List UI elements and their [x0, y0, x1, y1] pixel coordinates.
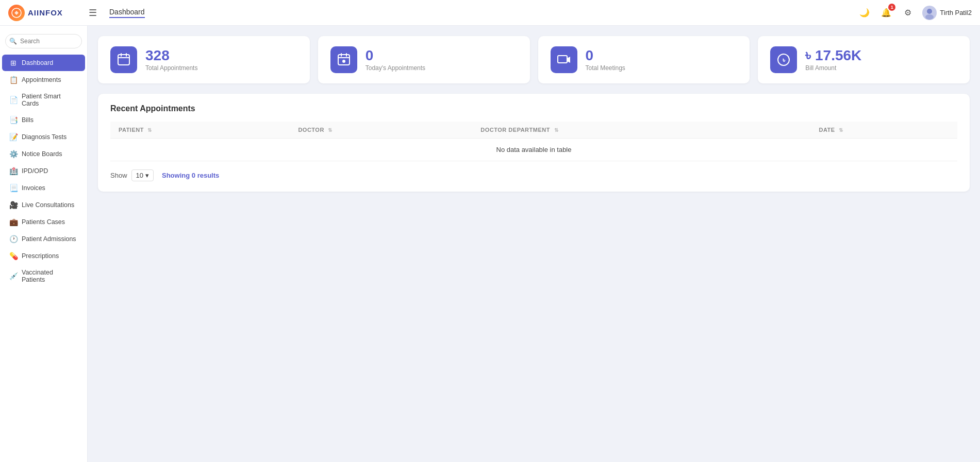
settings-icon: ⚙ — [904, 8, 911, 18]
nav-icon-patients-cases: 💼 — [9, 218, 18, 226]
recent-appointments-title: Recent Appointments — [110, 104, 957, 113]
stat-card-total-appointments: 328 Total Appointments — [98, 36, 310, 83]
sort-icon-patient: ⇅ — [147, 127, 152, 133]
stat-info-bill-amount: ৳ 17.56K Bill Amount — [805, 48, 957, 72]
stat-card-total-meetings: 0 Total Meetings — [538, 36, 750, 83]
col-patient[interactable]: PATIENT ⇅ — [110, 122, 290, 139]
sidebar-item-dashboard[interactable]: ⊞Dashboard — [2, 55, 85, 71]
showing-results: Showing 0 results — [162, 172, 219, 179]
sidebar-item-patient-admissions[interactable]: 🕐Patient Admissions — [2, 231, 85, 247]
sidebar-item-diagnosis-tests[interactable]: 📝Diagnosis Tests — [2, 129, 85, 145]
nav-icon-vaccinated-patients: 💉 — [9, 272, 18, 280]
stat-value-total-meetings: 0 — [586, 48, 738, 64]
stat-label-todays-appointments: Today's Appointments — [366, 64, 518, 72]
stat-info-total-appointments: 328 Total Appointments — [145, 48, 297, 72]
stat-info-total-meetings: 0 Total Meetings — [586, 48, 738, 72]
sidebar: 🔍 ⊞Dashboard📋Appointments📄Patient Smart … — [0, 26, 88, 462]
settings-button[interactable]: ⚙ — [901, 6, 915, 20]
svg-rect-12 — [558, 56, 567, 63]
stat-value-todays-appointments: 0 — [366, 48, 518, 64]
nav-label-bills: Bills — [22, 116, 34, 124]
nav-label-prescriptions: Prescriptions — [22, 252, 59, 260]
search-icon: 🔍 — [9, 38, 17, 45]
svg-point-2 — [925, 14, 934, 20]
user-menu[interactable]: Tirth Patil2 — [922, 6, 972, 20]
moon-icon: 🌙 — [859, 8, 870, 18]
svg-point-11 — [342, 60, 345, 63]
main-content: 328 Total Appointments 0 Today's Appoint… — [88, 26, 980, 462]
nav-icon-ipd-opd: 🏥 — [9, 167, 18, 175]
hamburger-button[interactable]: ☰ — [89, 7, 97, 19]
notification-badge: 1 — [888, 4, 895, 11]
nav-label-patient-admissions: Patient Admissions — [22, 235, 76, 243]
appointments-table: PATIENT ⇅DOCTOR ⇅DOCTOR DEPARTMENT ⇅DATE… — [110, 122, 957, 161]
sidebar-item-live-consultations[interactable]: 🎥Live Consultations — [2, 197, 85, 213]
dark-mode-toggle[interactable]: 🌙 — [857, 6, 872, 20]
nav-icon-prescriptions: 💊 — [9, 252, 18, 260]
nav-icon-notice-boards: ⚙️ — [9, 150, 18, 158]
stat-value-bill-amount: ৳ 17.56K — [805, 48, 957, 64]
sidebar-item-patient-smart-cards[interactable]: 📄Patient Smart Cards — [2, 89, 85, 111]
nav-label-diagnosis-tests: Diagnosis Tests — [22, 133, 67, 141]
show-select[interactable]: 10 ▾ — [131, 169, 154, 181]
breadcrumb: Dashboard — [109, 8, 145, 18]
nav-label-live-consultations: Live Consultations — [22, 201, 74, 209]
sort-icon-doctor: ⇅ — [328, 127, 333, 133]
showing-suffix: results — [195, 172, 219, 179]
sidebar-item-invoices[interactable]: 📃Invoices — [2, 180, 85, 196]
sidebar-item-ipd-opd[interactable]: 🏥IPD/OPD — [2, 163, 85, 179]
stat-label-bill-amount: Bill Amount — [805, 64, 957, 72]
nav-label-ipd-opd: IPD/OPD — [22, 167, 48, 175]
topbar: AIINFOX ☰ Dashboard 🌙 🔔 1 ⚙ Tirth Patil2 — [0, 0, 980, 26]
stat-card-todays-appointments: 0 Today's Appointments — [318, 36, 530, 83]
search-box: 🔍 — [5, 34, 82, 48]
sidebar-item-notice-boards[interactable]: ⚙️Notice Boards — [2, 146, 85, 162]
show-label: Show — [110, 172, 127, 179]
nav-label-vaccinated-patients: Vaccinated Patients — [22, 269, 78, 283]
stat-value-total-appointments: 328 — [145, 48, 297, 64]
nav-icon-invoices: 📃 — [9, 184, 18, 192]
nav-label-invoices: Invoices — [22, 184, 45, 192]
stat-label-total-appointments: Total Appointments — [145, 64, 297, 72]
sidebar-item-prescriptions[interactable]: 💊Prescriptions — [2, 248, 85, 264]
nav-icon-patient-smart-cards: 📄 — [9, 96, 18, 104]
svg-text:৳: ৳ — [782, 56, 786, 64]
col-date[interactable]: DATE ⇅ — [811, 122, 958, 139]
nav-label-patients-cases: Patients Cases — [22, 218, 65, 226]
stat-info-todays-appointments: 0 Today's Appointments — [366, 48, 518, 72]
recent-appointments-card: Recent Appointments PATIENT ⇅DOCTOR ⇅DOC… — [98, 94, 970, 192]
col-doctor[interactable]: DOCTOR ⇅ — [290, 122, 472, 139]
sort-icon-date: ⇅ — [839, 127, 843, 133]
logo-icon — [8, 5, 25, 21]
notifications-bell[interactable]: 🔔 1 — [879, 6, 893, 20]
logo-text: AIINFOX — [28, 8, 63, 17]
user-name: Tirth Patil2 — [940, 9, 972, 16]
topbar-right: 🌙 🔔 1 ⚙ Tirth Patil2 — [857, 6, 972, 20]
stats-row: 328 Total Appointments 0 Today's Appoint… — [98, 36, 970, 83]
sidebar-item-patients-cases[interactable]: 💼Patients Cases — [2, 214, 85, 230]
sidebar-item-appointments[interactable]: 📋Appointments — [2, 72, 85, 88]
svg-point-1 — [927, 9, 932, 14]
nav-label-appointments: Appointments — [22, 76, 61, 83]
sidebar-item-bills[interactable]: 📑Bills — [2, 112, 85, 128]
svg-rect-3 — [118, 55, 129, 65]
chevron-down-icon: ▾ — [145, 172, 149, 179]
stat-label-total-meetings: Total Meetings — [586, 64, 738, 72]
sort-icon-doctor_department: ⇅ — [554, 127, 559, 133]
showing-count: 0 — [192, 172, 195, 179]
nav-icon-live-consultations: 🎥 — [9, 201, 18, 209]
stat-icon-total-meetings — [551, 46, 577, 73]
logo: AIINFOX — [8, 5, 80, 21]
nav-icon-dashboard: ⊞ — [9, 59, 18, 67]
show-value: 10 — [136, 172, 143, 179]
stat-icon-total-appointments — [110, 46, 137, 73]
nav-icon-diagnosis-tests: 📝 — [9, 133, 18, 141]
showing-prefix: Showing — [162, 172, 192, 179]
stat-icon-todays-appointments — [330, 46, 357, 73]
nav-label-dashboard: Dashboard — [22, 59, 53, 66]
nav-label-notice-boards: Notice Boards — [22, 150, 62, 158]
col-doctor_department[interactable]: DOCTOR DEPARTMENT ⇅ — [472, 122, 810, 139]
nav-icon-appointments: 📋 — [9, 76, 18, 84]
no-data-message: No data available in table — [110, 139, 957, 161]
sidebar-item-vaccinated-patients[interactable]: 💉Vaccinated Patients — [2, 265, 85, 287]
